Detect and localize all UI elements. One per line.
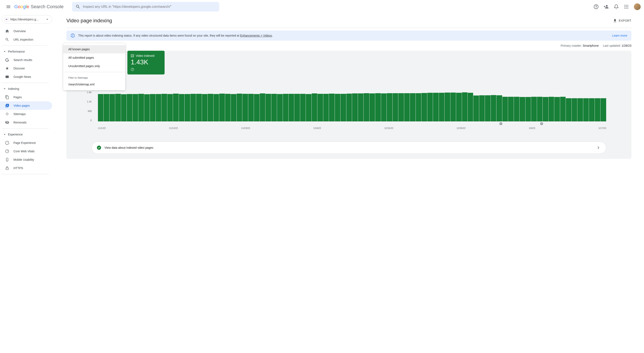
svg-point-10 — [626, 8, 627, 9]
apps-grid-icon — [624, 4, 629, 9]
bell-icon — [614, 4, 619, 9]
svg-point-11 — [628, 8, 628, 9]
svg-point-5 — [628, 5, 628, 6]
search-input[interactable] — [83, 5, 216, 9]
help-icon — [594, 4, 598, 9]
svg-point-3 — [624, 5, 625, 6]
hamburger-menu[interactable] — [3, 2, 14, 12]
search-bar[interactable] — [72, 2, 219, 12]
avatar[interactable] — [634, 3, 641, 10]
apps-button[interactable] — [622, 3, 630, 11]
notifications-button[interactable] — [612, 3, 620, 11]
person-add-icon — [604, 4, 609, 9]
svg-point-6 — [624, 6, 625, 7]
help-button[interactable] — [592, 3, 600, 11]
google-logo-icon: Google — [14, 4, 30, 9]
svg-point-7 — [626, 6, 627, 7]
svg-point-4 — [626, 5, 627, 6]
app-name: Search Console — [31, 4, 64, 10]
svg-text:Google: Google — [14, 4, 29, 9]
svg-point-9 — [624, 8, 625, 9]
search-icon — [76, 4, 80, 9]
app-logo[interactable]: Google Search Console — [14, 4, 64, 10]
svg-point-2 — [596, 8, 596, 8]
users-button[interactable] — [602, 3, 610, 11]
menu-icon — [6, 4, 11, 9]
svg-point-8 — [628, 6, 628, 7]
